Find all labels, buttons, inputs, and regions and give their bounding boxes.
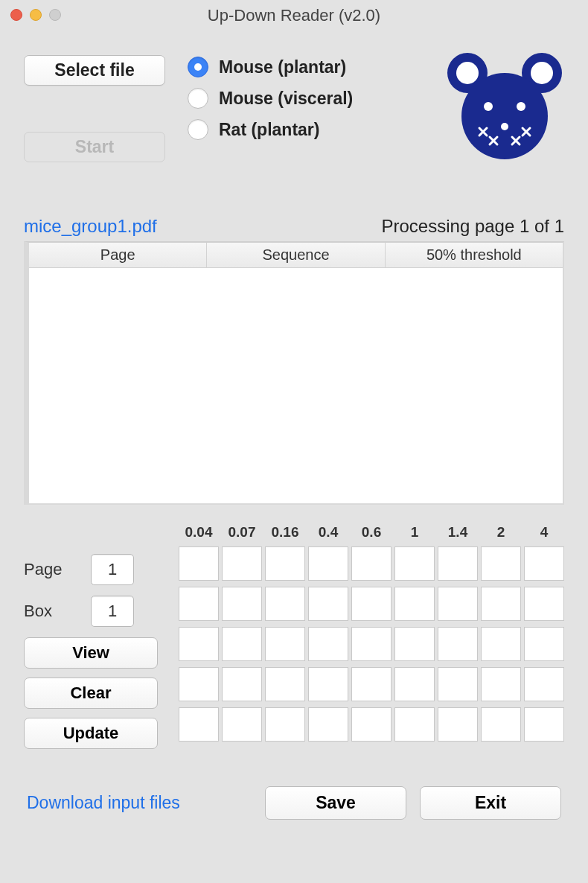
grid-cell[interactable]	[265, 667, 305, 701]
grid-cell[interactable]	[524, 707, 564, 742]
grid-cell[interactable]	[222, 546, 262, 581]
grid-cell[interactable]	[481, 707, 521, 742]
grid-cell[interactable]	[394, 707, 435, 742]
grid-cell[interactable]	[351, 667, 392, 701]
grid-cell[interactable]	[438, 546, 478, 581]
radio-icon	[188, 57, 208, 77]
grid-row	[179, 627, 564, 661]
column-sequence[interactable]: Sequence	[207, 243, 385, 267]
radio-icon	[188, 88, 208, 109]
box-input[interactable]: 1	[91, 596, 134, 627]
svg-point-4	[461, 73, 548, 159]
grid-cell[interactable]	[222, 707, 262, 742]
exit-button[interactable]: Exit	[420, 786, 561, 820]
grid-row	[179, 707, 564, 742]
view-button[interactable]: View	[24, 637, 158, 669]
radio-icon	[188, 119, 208, 140]
page-input[interactable]: 1	[91, 554, 134, 585]
grid-cell[interactable]	[481, 587, 521, 621]
grid-cell[interactable]	[308, 546, 348, 581]
window-title: Up-Down Reader (v2.0)	[9, 6, 579, 25]
grid-cell[interactable]	[265, 627, 305, 661]
grid-cell[interactable]	[351, 546, 392, 581]
grid-cell[interactable]	[351, 587, 392, 621]
grid-cell[interactable]	[524, 667, 564, 701]
grid-cell[interactable]	[308, 627, 348, 661]
grid-cell[interactable]	[179, 546, 219, 581]
svg-point-7	[501, 123, 508, 130]
grid-cell[interactable]	[308, 667, 348, 701]
filename-label: mice_group1.pdf	[24, 216, 157, 237]
grid-cell[interactable]	[524, 627, 564, 661]
grid-header: 4	[524, 524, 564, 541]
page-input-label: Page	[24, 560, 76, 579]
grid-cell[interactable]	[394, 546, 435, 581]
grid-cell[interactable]	[179, 627, 219, 661]
grid-cell[interactable]	[265, 707, 305, 742]
grid-cell[interactable]	[438, 627, 478, 661]
grid-cell[interactable]	[394, 667, 435, 701]
update-button[interactable]: Update	[24, 718, 158, 749]
grid-cell[interactable]	[481, 627, 521, 661]
save-button[interactable]: Save	[265, 786, 406, 820]
grid-cell[interactable]	[394, 627, 435, 661]
grid-header: 2	[481, 524, 521, 541]
clear-button[interactable]: Clear	[24, 678, 158, 709]
grid-row	[179, 546, 564, 581]
grid-header: 0.16	[265, 524, 305, 541]
grid-cell[interactable]	[524, 587, 564, 621]
grid-header: 1.4	[438, 524, 478, 541]
column-threshold[interactable]: 50% threshold	[386, 243, 563, 267]
column-page[interactable]: Page	[29, 243, 207, 267]
radio-label: Rat (plantar)	[219, 120, 319, 140]
radio-mouse-visceral[interactable]: Mouse (visceral)	[188, 88, 423, 109]
grid-cell[interactable]	[481, 667, 521, 701]
results-table[interactable]: Page Sequence 50% threshold	[24, 241, 564, 505]
grid-cell[interactable]	[394, 587, 435, 621]
mouse-icon	[445, 51, 564, 165]
radio-mouse-plantar[interactable]: Mouse (plantar)	[188, 57, 423, 77]
grid-cell[interactable]	[179, 707, 219, 742]
grid-cell[interactable]	[265, 587, 305, 621]
processing-status: Processing page 1 of 1	[382, 216, 565, 237]
grid-cell[interactable]	[351, 707, 392, 742]
download-input-files-link[interactable]: Download input files	[27, 793, 180, 813]
grid-cell[interactable]	[265, 546, 305, 581]
grid-cell[interactable]	[222, 587, 262, 621]
grid-cell[interactable]	[222, 667, 262, 701]
grid-header: 0.4	[308, 524, 348, 541]
grid-header: 0.6	[351, 524, 392, 541]
grid-row	[179, 667, 564, 701]
grid-header: 0.07	[222, 524, 262, 541]
radio-rat-plantar[interactable]: Rat (plantar)	[188, 119, 423, 140]
grid-cell[interactable]	[222, 627, 262, 661]
maximize-window[interactable]	[49, 9, 61, 21]
svg-point-3	[531, 62, 553, 84]
grid-row	[179, 587, 564, 621]
svg-point-5	[484, 102, 493, 111]
grid-cell[interactable]	[308, 587, 348, 621]
grid-cell[interactable]	[179, 667, 219, 701]
start-button[interactable]: Start	[24, 132, 165, 162]
minimize-window[interactable]	[30, 9, 42, 21]
grid-cell[interactable]	[438, 587, 478, 621]
close-window[interactable]	[10, 9, 22, 21]
radio-label: Mouse (visceral)	[219, 89, 353, 109]
grid-cell[interactable]	[308, 707, 348, 742]
grid-cell[interactable]	[351, 627, 392, 661]
svg-point-1	[456, 62, 479, 84]
grid-cell[interactable]	[179, 587, 219, 621]
grid-cell[interactable]	[481, 546, 521, 581]
grid-cell[interactable]	[524, 546, 564, 581]
radio-label: Mouse (plantar)	[219, 57, 346, 77]
grid-header: 1	[394, 524, 435, 541]
grid-header: 0.04	[179, 524, 219, 541]
grid-cell[interactable]	[438, 667, 478, 701]
select-file-button[interactable]: Select file	[24, 55, 165, 86]
grid-cell[interactable]	[438, 707, 478, 742]
box-input-label: Box	[24, 602, 76, 621]
svg-point-6	[517, 102, 525, 111]
